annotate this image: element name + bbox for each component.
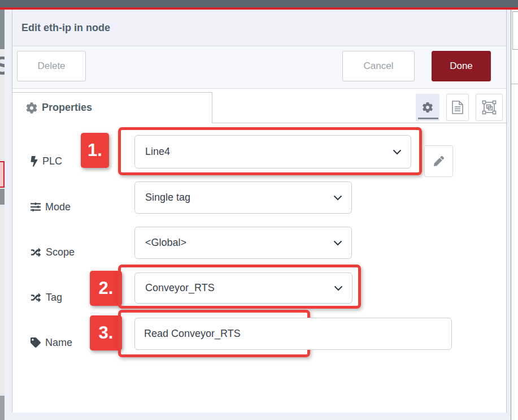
scope-label: Scope: [31, 235, 75, 270]
background-block: [0, 10, 5, 49]
background-text-fragment: S: [0, 50, 5, 80]
dialog-header: Edit eth-ip in node: [12, 10, 506, 46]
background-gap-bottom: [12, 413, 507, 420]
scrollbar-divider: [511, 84, 518, 84]
name-input[interactable]: [134, 318, 452, 350]
pencil-icon: [434, 156, 444, 166]
shuffle-icon: [31, 248, 41, 257]
chevron-down-icon: [393, 149, 402, 155]
chevron-down-icon: [333, 240, 342, 246]
mode-select-value: Single tag: [145, 182, 190, 213]
tag-icon: [31, 337, 41, 348]
cancel-button[interactable]: Cancel: [342, 51, 415, 81]
chevron-down-icon: [333, 195, 342, 201]
shuffle-icon: [31, 293, 41, 302]
annotation-badge-1: 1.: [81, 133, 109, 168]
mode-select[interactable]: Single tag: [134, 181, 352, 214]
edit-plc-config-button[interactable]: [424, 145, 453, 177]
background-palette-node-gray: [0, 189, 5, 205]
scrollbar-thumb[interactable]: [512, 11, 518, 50]
done-button[interactable]: Done: [432, 51, 491, 81]
window-top-bar: [0, 0, 518, 7]
tab-properties[interactable]: Properties: [12, 92, 212, 123]
description-icon-button[interactable]: [446, 94, 469, 121]
annotation-badge-2: 2.: [90, 271, 122, 306]
background-block-bottom: [0, 396, 5, 420]
scope-select-value: <Global>: [145, 227, 186, 258]
delete-button[interactable]: Delete: [17, 51, 86, 81]
properties-icon-button[interactable]: [416, 94, 439, 121]
sliders-icon: [31, 202, 41, 212]
scope-select[interactable]: <Global>: [134, 227, 352, 259]
bolt-icon: [31, 156, 38, 167]
appearance-icon-button[interactable]: [476, 94, 503, 121]
plc-select[interactable]: Line4: [134, 135, 411, 168]
gear-icon: [26, 102, 37, 114]
background-palette-node-red: [0, 161, 5, 188]
dialog-title: Edit eth-ip in node: [21, 10, 110, 46]
dialog-tab-row: Properties: [12, 89, 506, 123]
dialog-form: PLC 1. Line4 Mode Single tag Scope <Glob…: [12, 123, 506, 413]
tag-label: Tag: [31, 280, 62, 315]
background-gap-right: [507, 10, 511, 420]
mode-label: Mode: [31, 189, 71, 224]
plc-label: PLC: [31, 144, 62, 179]
selected-tab-underline: [418, 118, 438, 119]
background-left-column: S: [0, 10, 5, 420]
plc-select-value: Line4: [145, 136, 170, 168]
tab-properties-label: Properties: [42, 93, 92, 123]
name-label: Name: [31, 325, 72, 360]
chevron-down-icon: [334, 285, 343, 291]
scrollbar-track[interactable]: [511, 10, 518, 420]
edit-node-dialog: Edit eth-ip in node Delete Cancel Done P…: [12, 10, 507, 413]
dialog-button-row: Delete Cancel Done: [12, 46, 506, 89]
tag-select-value: Conveyor_RTS: [145, 273, 215, 303]
annotation-badge-3: 3.: [90, 315, 122, 350]
tag-select[interactable]: Conveyor_RTS: [134, 272, 352, 304]
background-gap-left: [5, 10, 12, 420]
